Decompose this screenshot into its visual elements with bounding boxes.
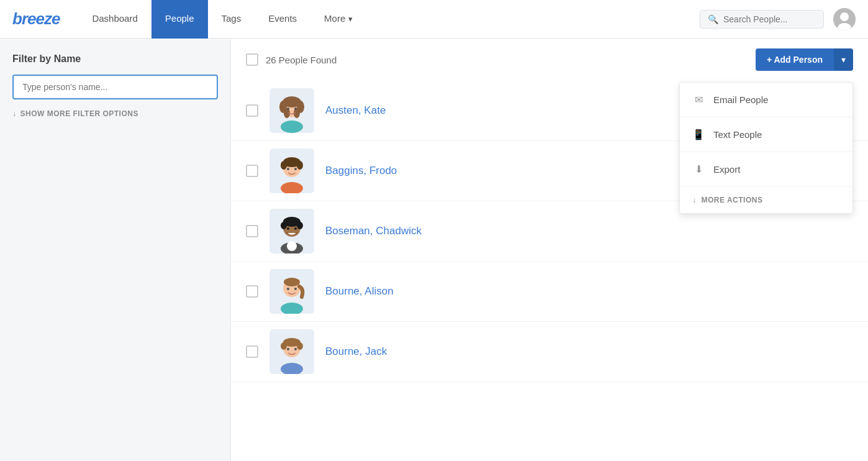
header: breeze Dashboard People Tags Events More…	[0, 0, 868, 39]
svg-point-12	[294, 107, 297, 110]
nav-events[interactable]: Events	[255, 0, 310, 39]
email-people-item[interactable]: ✉ Email People	[680, 83, 852, 117]
select-all-checkbox[interactable]	[246, 53, 258, 66]
svg-point-27	[297, 222, 303, 229]
person-name[interactable]: Bourne, Jack	[325, 345, 387, 358]
avatar	[269, 329, 314, 374]
avatar	[269, 148, 314, 193]
search-icon: 🔍	[708, 14, 718, 24]
people-count: 26 People Found	[266, 55, 337, 65]
person-checkbox[interactable]	[246, 104, 258, 117]
svg-point-42	[287, 348, 289, 350]
search-wrapper[interactable]: 🔍	[700, 10, 824, 29]
person-name[interactable]: Baggins, Frodo	[325, 165, 397, 177]
phone-icon: 📱	[692, 129, 705, 140]
user-avatar[interactable]	[833, 8, 856, 30]
export-item[interactable]: ⬇ Export	[680, 152, 852, 187]
person-name[interactable]: Austen, Kate	[325, 104, 386, 117]
svg-point-43	[294, 348, 297, 350]
person-checkbox[interactable]	[246, 165, 258, 177]
add-person-dropdown-button[interactable]: ▾	[834, 48, 853, 71]
main-nav: Dashboard People Tags Events More	[78, 0, 700, 39]
nav-dashboard[interactable]: Dashboard	[78, 0, 151, 39]
svg-point-1	[840, 12, 849, 21]
person-checkbox[interactable]	[246, 345, 258, 358]
filter-by-name-title: Filter by Name	[12, 53, 218, 65]
arrow-down-icon-more: ↓	[692, 196, 697, 204]
svg-point-23	[287, 241, 297, 251]
svg-point-28	[287, 227, 289, 230]
svg-point-41	[297, 342, 303, 350]
svg-point-33	[284, 278, 300, 286]
main-content: 26 People Found + Add Person ▾ ✉ Email P…	[231, 39, 868, 461]
nav-people[interactable]: People	[151, 0, 208, 39]
table-row[interactable]: Bourne, Jack	[231, 322, 868, 382]
search-input[interactable]	[723, 14, 816, 24]
chevron-down-icon	[348, 13, 353, 24]
sidebar: Filter by Name ↓ SHOW MORE FILTER OPTION…	[0, 39, 231, 461]
header-right: 🔍	[700, 8, 856, 30]
avatar	[269, 88, 314, 133]
svg-point-40	[281, 342, 287, 350]
person-name[interactable]: Boseman, Chadwick	[325, 225, 422, 237]
avatar	[269, 209, 314, 253]
svg-point-20	[294, 168, 297, 170]
add-person-main-button[interactable]: + Add Person	[756, 48, 834, 71]
person-checkbox[interactable]	[246, 285, 258, 298]
svg-point-19	[287, 168, 289, 170]
email-icon: ✉	[692, 94, 705, 106]
arrow-down-icon: ↓	[12, 109, 17, 118]
person-name[interactable]: Bourne, Alison	[325, 285, 394, 298]
svg-point-11	[287, 107, 289, 110]
more-actions-button[interactable]: ↓ MORE ACTIONS	[680, 187, 852, 213]
text-people-item[interactable]: 📱 Text People	[680, 117, 852, 152]
svg-point-35	[294, 288, 297, 290]
table-row[interactable]: Bourne, Alison	[231, 262, 868, 322]
svg-point-18	[297, 161, 303, 170]
people-found-section: 26 People Found	[246, 53, 337, 66]
top-bar: 26 People Found + Add Person ▾	[231, 39, 868, 81]
person-checkbox[interactable]	[246, 225, 258, 237]
name-filter-input[interactable]	[12, 75, 218, 99]
avatar	[269, 269, 314, 314]
nav-more[interactable]: More	[310, 0, 366, 39]
action-dropdown-menu: ✉ Email People 📱 Text People ⬇ Export ↓ …	[679, 82, 853, 214]
svg-point-17	[281, 161, 287, 170]
add-person-button-group: + Add Person ▾	[756, 48, 853, 71]
svg-point-26	[281, 222, 287, 229]
svg-point-4	[281, 121, 303, 133]
nav-tags[interactable]: Tags	[208, 0, 255, 39]
svg-point-29	[294, 227, 297, 230]
layout: Filter by Name ↓ SHOW MORE FILTER OPTION…	[0, 39, 868, 461]
export-icon: ⬇	[692, 163, 705, 175]
app-logo[interactable]: breeze	[12, 9, 60, 29]
show-more-filters-button[interactable]: ↓ SHOW MORE FILTER OPTIONS	[12, 109, 218, 118]
svg-point-34	[287, 288, 289, 290]
